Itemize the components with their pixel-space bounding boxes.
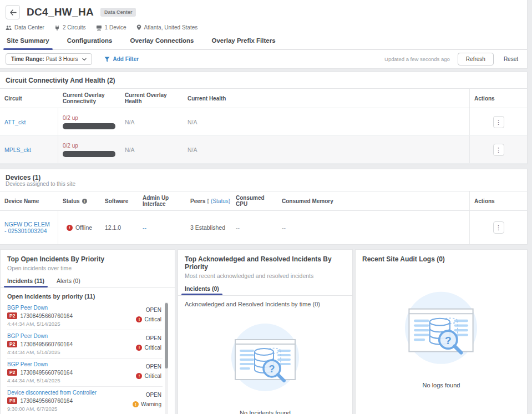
devices-table-header: Device Name Statusi Software Admin Up In…	[0, 191, 527, 211]
tab-incidents[interactable]: Incidents (11)	[7, 277, 44, 287]
incident-timestamp: 4:44:34 AM, 5/14/2025	[7, 321, 73, 327]
circuit-link[interactable]: ATT_ckt	[4, 119, 53, 125]
site-header: DC4_HW_HA Data Center Data Center 2 Circ…	[0, 0, 528, 50]
info-icon[interactable]: i	[82, 199, 87, 204]
incidents-alerts-tabs: Incidents (11) Alerts (0)	[7, 277, 168, 287]
tab-overlay-connections[interactable]: Overlay Connections	[129, 37, 195, 49]
site-meta: Data Center 2 Circuits 1 Device Atlanta,…	[6, 24, 527, 31]
admin-up-interface-value[interactable]: --	[143, 224, 181, 231]
incident-id: 17308495660760164	[20, 313, 73, 319]
circuit-link[interactable]: MPLS_ckt	[4, 147, 53, 153]
priority-badge: P2	[7, 369, 17, 376]
priority-badge: P3	[7, 397, 17, 404]
tab-site-summary[interactable]: Site Summary	[6, 37, 50, 49]
row-actions-kebab-button[interactable]: ⋮	[493, 116, 504, 128]
incident-state: OPEN	[121, 363, 161, 370]
severity-dot-icon: !	[136, 345, 142, 351]
audit-logs-panel: Recent Site Audit Logs (0)	[355, 249, 528, 414]
device-status: Offline	[75, 224, 92, 231]
incident-state: OPEN	[121, 392, 161, 398]
devices-section: Devices (1) Devices assigned to this sit…	[0, 169, 528, 245]
incident-severity: ! Critical	[121, 316, 161, 322]
incident-id: 17308495660760164	[20, 398, 73, 404]
device-cpu: --	[231, 211, 277, 244]
incident-title-link[interactable]: BGP Peer Down	[7, 361, 73, 367]
offline-status-icon: !	[67, 225, 73, 231]
meta-circuits: 2 Circuits	[54, 24, 86, 31]
empty-state-illustration: ?	[393, 285, 489, 374]
empty-state-text: No logs found	[423, 382, 460, 388]
table-row-device: NGFW DC ELEM - 025301003204 !Offline 12.…	[0, 211, 527, 244]
tab-configurations[interactable]: Configurations	[66, 37, 114, 49]
device-memory: --	[277, 211, 469, 244]
connectivity-bar	[63, 123, 115, 129]
tab-overlay-prefix-filters[interactable]: Overlay Prefix Filters	[211, 37, 277, 49]
incident-list-item: BGP Peer Down P2 17308495660760164 4:44:…	[7, 302, 163, 330]
device-software: 12.1.0	[100, 211, 138, 244]
reset-button[interactable]: Reset	[501, 53, 520, 65]
panel-title: Top Acknowledged and Resolved Incidents …	[185, 255, 346, 271]
severity-dot-icon: !	[136, 316, 142, 322]
incident-title-link[interactable]: Device disconnected from Controller	[7, 390, 97, 396]
empty-state-illustration: ?	[221, 317, 310, 401]
resolved-incidents-panel: Top Acknowledged and Resolved Incidents …	[178, 249, 353, 414]
page-title: DC4_HW_HA	[27, 6, 94, 18]
empty-state-text: No Incidents found	[240, 410, 291, 414]
panel-title: Top Open Incidents By Priority	[7, 255, 168, 263]
devices-section-subtitle: Devices assigned to this site	[0, 181, 527, 191]
site-tabs: Site Summary Configurations Overlay Conn…	[6, 37, 527, 50]
panel-subtitle: Most recent acknowledged and resolved in…	[185, 272, 346, 279]
location-pin-icon	[136, 24, 141, 31]
circuits-icon	[54, 25, 60, 31]
back-arrow-icon	[9, 9, 17, 16]
panel-title: Recent Site Audit Logs (0)	[362, 255, 520, 263]
priority-badge: P2	[7, 312, 17, 319]
site-type-badge: Data Center	[100, 8, 136, 17]
incident-id: 17308495660760164	[20, 370, 73, 376]
row-actions-kebab-button[interactable]: ⋮	[493, 144, 504, 156]
incident-severity: ! Critical	[121, 345, 161, 351]
incident-id: 17308495660760164	[20, 341, 73, 347]
chevron-down-icon	[82, 57, 87, 62]
refresh-button[interactable]: Refresh	[458, 53, 494, 65]
connectivity-value: 0/2 up	[63, 143, 116, 149]
add-filter-button[interactable]: Add Filter	[104, 56, 139, 62]
incidents-tabs: Incidents (0)	[185, 285, 346, 295]
incident-title-link[interactable]: BGP Peer Down	[7, 305, 73, 311]
updated-status-text: Updated a few seconds ago	[384, 56, 450, 62]
meta-location: Atlanta, United States	[136, 24, 198, 31]
time-range-dropdown[interactable]: Time Range: Past 3 Hours	[6, 53, 92, 65]
scrollbar-track[interactable]	[165, 302, 168, 414]
severity-dot-icon: !	[133, 401, 139, 407]
open-incidents-panel: Top Open Incidents By Priority Open inci…	[0, 249, 175, 414]
info-icon[interactable]: i	[207, 199, 209, 204]
tab-alerts[interactable]: Alerts (0)	[57, 277, 80, 287]
device-link[interactable]: NGFW DC ELEM - 025301003204	[4, 221, 53, 234]
row-actions-kebab-button[interactable]: ⋮	[493, 221, 504, 234]
incident-title-link[interactable]: BGP Peer Down	[7, 333, 73, 339]
scrollbar-thumb[interactable]	[165, 303, 168, 368]
svg-text:?: ?	[445, 335, 452, 346]
incident-severity: ! Critical	[121, 373, 161, 379]
incident-list-item: Device disconnected from Controller P3 1…	[7, 387, 163, 414]
circuit-connectivity-section: Circuit Connectivity And Health (2) Circ…	[0, 72, 528, 164]
device-peers: 3 Established	[186, 211, 231, 244]
connectivity-bar	[63, 151, 115, 157]
tab-incidents[interactable]: Incidents (0)	[185, 285, 219, 295]
incident-list: BGP Peer Down P2 17308495660760164 4:44:…	[7, 302, 168, 414]
filter-toolbar: Time Range: Past 3 Hours Add Filter Upda…	[0, 50, 528, 69]
peers-status-link[interactable]: (Status)	[211, 198, 230, 204]
incident-list-title: Open Incidents by priority (11)	[7, 293, 168, 300]
meta-devices: 1 Device	[96, 24, 126, 31]
circuits-table-header: Circuit Current Overlay Connectivity Cur…	[0, 88, 527, 108]
table-row-circuit-att: ATT_ckt 0/2 up N/A N/A ⋮	[0, 108, 527, 136]
circuits-section-title: Circuit Connectivity And Health (2)	[0, 72, 527, 88]
back-button[interactable]	[6, 5, 20, 19]
svg-text:?: ?	[268, 363, 275, 375]
meta-site-type: Data Center	[6, 24, 44, 31]
incident-state: OPEN	[121, 335, 161, 341]
severity-dot-icon: !	[136, 373, 142, 379]
site-type-icon	[6, 25, 12, 31]
panel-subtitle: Open incidents over time	[7, 265, 168, 271]
priority-badge: P2	[7, 341, 17, 347]
